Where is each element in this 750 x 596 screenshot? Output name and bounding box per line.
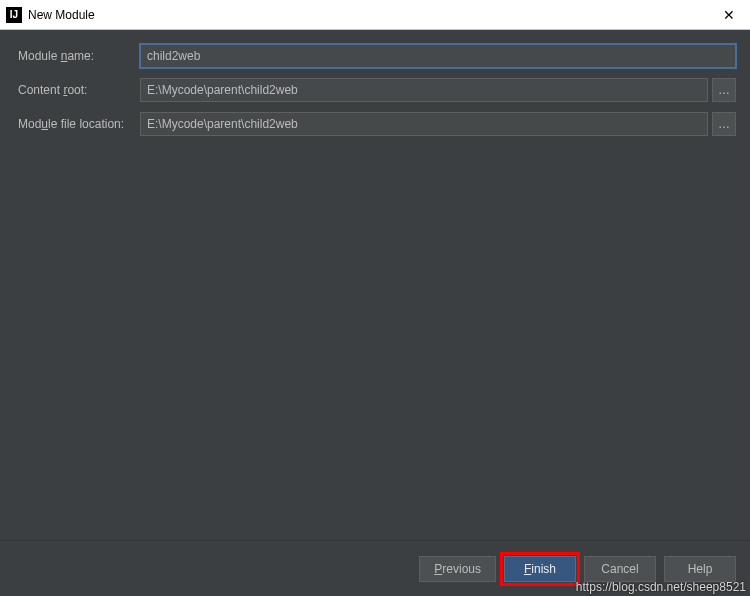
content-root-row: Content root: … xyxy=(18,78,736,102)
module-file-row: Module file location: … xyxy=(18,112,736,136)
module-name-row: Module name: xyxy=(18,44,736,68)
app-icon: IJ xyxy=(6,7,22,23)
close-button[interactable]: ✕ xyxy=(714,1,744,29)
titlebar-left: IJ New Module xyxy=(6,7,95,23)
module-name-label: Module name: xyxy=(18,49,140,63)
dialog-content: Module name: Content root: … Module file… xyxy=(0,30,750,540)
content-root-browse-button[interactable]: … xyxy=(712,78,736,102)
module-file-browse-button[interactable]: … xyxy=(712,112,736,136)
help-button[interactable]: Help xyxy=(664,556,736,582)
module-file-label: Module file location: xyxy=(18,117,140,131)
content-root-input[interactable] xyxy=(140,78,708,102)
window-title: New Module xyxy=(28,8,95,22)
module-file-input[interactable] xyxy=(140,112,708,136)
cancel-button[interactable]: Cancel xyxy=(584,556,656,582)
finish-button[interactable]: Finish xyxy=(504,556,576,582)
previous-button[interactable]: Previous xyxy=(419,556,496,582)
watermark-text: https://blog.csdn.net/sheep8521 xyxy=(576,580,746,594)
module-name-input[interactable] xyxy=(140,44,736,68)
titlebar: IJ New Module ✕ xyxy=(0,0,750,30)
content-root-label: Content root: xyxy=(18,83,140,97)
